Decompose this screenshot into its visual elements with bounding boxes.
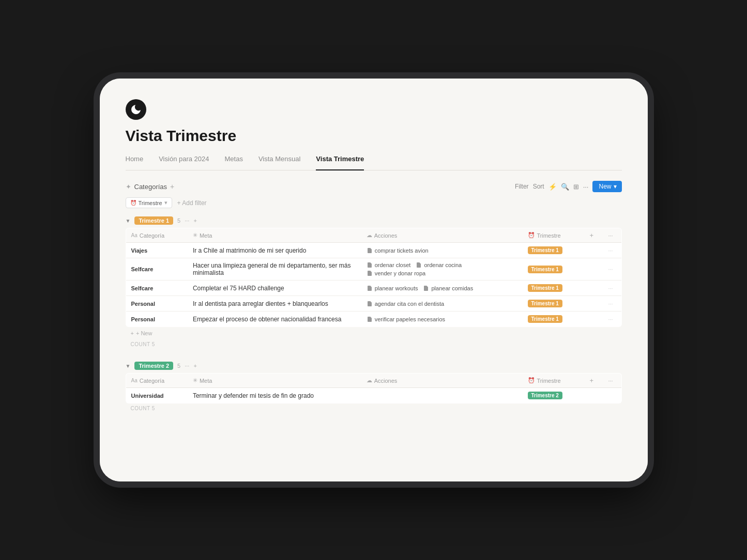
action-item: planear comidas: [423, 285, 473, 291]
toolbar-left: ✦ Categorías +: [126, 182, 175, 191]
cell-more-0[interactable]: ···: [603, 243, 621, 258]
doc-icon: [423, 285, 429, 291]
cell-meta-4: Empezar el proceso de obtener nacionalid…: [188, 312, 361, 327]
cell-more-2[interactable]: ···: [603, 281, 621, 296]
nav-bar: Home Visión para 2024 Metas Vista Mensua…: [126, 155, 622, 170]
table-row: Viajes Ir a Chile al matrimonio de mi se…: [126, 243, 621, 258]
cell-plus-0[interactable]: [584, 243, 603, 258]
group-trimestre1: ▼ Trimestre 1 5 ··· + Aa Categoría: [126, 216, 622, 351]
categories-label: Categorías: [134, 183, 167, 191]
add-column-button[interactable]: +: [589, 231, 593, 239]
group-more-t1[interactable]: ···: [185, 217, 189, 224]
asterisk-icon: ✳: [193, 232, 197, 239]
new-label: New: [599, 183, 611, 190]
actions-cell-4: verificar papeles necesarios: [367, 316, 517, 322]
add-column-button2[interactable]: +: [589, 377, 593, 384]
th2-trimestre: ⏰ Trimestre: [523, 374, 585, 388]
doc-icon: [367, 316, 373, 322]
trimestre-badge: Trimestre 1: [528, 246, 562, 254]
app-content: Vista Trimestre Home Visión para 2024 Me…: [100, 79, 648, 481]
cell-acciones-2: planear workouts planear comidas: [361, 281, 523, 296]
th-trimestre-label: Trimestre: [537, 232, 561, 239]
group-add-t2[interactable]: +: [193, 363, 196, 369]
cell-trimestre-0: Trimestre 1: [523, 243, 585, 258]
doc-icon: [367, 247, 373, 254]
cell-acciones-4: verificar papeles necesarios: [361, 312, 523, 327]
nav-mensual[interactable]: Vista Mensual: [258, 155, 300, 166]
add-category-button[interactable]: +: [170, 182, 174, 191]
trimestre-filter-chip[interactable]: ⏰ Trimestre ▾: [126, 197, 172, 208]
nav-metas[interactable]: Metas: [225, 155, 243, 166]
th2-acciones: ☁ Acciones: [361, 374, 523, 388]
search-icon[interactable]: 🔍: [561, 183, 569, 191]
cell-acciones-1: ordenar closet ordenar cocina vender y d…: [361, 258, 523, 281]
cell-plus-2[interactable]: [584, 281, 603, 296]
cell2-categoria-0: Universidad: [126, 388, 188, 403]
trimestre-badge: Trimestre 1: [528, 266, 562, 273]
cell-plus-4[interactable]: [584, 312, 603, 327]
cell2-more-0[interactable]: [603, 388, 621, 403]
group-header-t1: ▼ Trimestre 1 5 ··· +: [126, 216, 622, 225]
table-t1: Aa Categoría ✳ Meta ☁: [126, 228, 622, 327]
action-item: ordenar closet: [367, 262, 411, 268]
add-new-row-t1[interactable]: + + New: [126, 327, 622, 339]
cell-more-3[interactable]: ···: [603, 296, 621, 312]
count-row-t1: COUNT 5: [126, 339, 622, 351]
th2-add-column[interactable]: +: [584, 374, 603, 388]
add-filter-button[interactable]: + Add filter: [177, 199, 207, 207]
cell-meta-0: Ir a Chile al matrimonio de mi ser queri…: [188, 243, 361, 258]
table-t2-header: Aa Categoría ✳ Meta ☁: [126, 374, 621, 388]
th-categoria: Aa Categoría: [126, 228, 188, 243]
filter2-icon[interactable]: ⊞: [573, 183, 579, 191]
action-item: planear workouts: [367, 285, 418, 291]
group-count-t1: 5: [177, 217, 180, 224]
cell-trimestre-1: Trimestre 1: [523, 258, 585, 281]
th-trimestre: ⏰ Trimestre: [523, 228, 585, 243]
group-tag-t2: Trimestre 2: [134, 362, 173, 370]
table-t1-body: Viajes Ir a Chile al matrimonio de mi se…: [126, 243, 621, 327]
th-add-column[interactable]: +: [584, 228, 603, 243]
cloud-icon2: ☁: [367, 377, 372, 384]
sort-button[interactable]: Sort: [533, 183, 544, 190]
filter-button[interactable]: Filter: [515, 183, 529, 190]
cell2-plus-0[interactable]: [584, 388, 603, 403]
collapse-t1-button[interactable]: ▼: [126, 218, 131, 224]
nav-home[interactable]: Home: [126, 155, 144, 166]
action-item: comprar tickets avion: [367, 247, 429, 254]
cell-acciones-3: agendar cita con el dentista: [361, 296, 523, 312]
add-new-label: + New: [136, 330, 153, 336]
cell-plus-3[interactable]: [584, 296, 603, 312]
cell-trimestre-3: Trimestre 1: [523, 296, 585, 312]
table-row: Selfcare Completar el 75 HARD challenge …: [126, 281, 621, 296]
cell-plus-1[interactable]: [584, 258, 603, 281]
table-row: Universidad Terminar y defender mi tesis…: [126, 388, 621, 403]
collapse-t2-button[interactable]: ▼: [126, 363, 131, 369]
cell-meta-1: Hacer una limpieza general de mi departa…: [188, 258, 361, 281]
toolbar-right: Filter Sort ⚡ 🔍 ⊞ ··· New ▾: [515, 181, 622, 192]
table-t2-body: Universidad Terminar y defender mi tesis…: [126, 388, 621, 403]
more-icon[interactable]: ···: [583, 183, 589, 191]
cell-meta-3: Ir al dentista para arreglar dientes + b…: [188, 296, 361, 312]
cell-categoria-1: Selfcare: [126, 258, 188, 281]
cell-more-4[interactable]: ···: [603, 312, 621, 327]
group-header-t2: ▼ Trimestre 2 5 ··· +: [126, 362, 622, 370]
th-more[interactable]: ···: [603, 228, 621, 243]
cell-more-1[interactable]: ···: [603, 258, 621, 281]
group-more-t2[interactable]: ···: [185, 363, 189, 369]
cell-categoria-2: Selfcare: [126, 281, 188, 296]
doc-icon: [367, 270, 373, 276]
nav-vision[interactable]: Visión para 2024: [159, 155, 209, 166]
th2-more[interactable]: ···: [603, 374, 621, 388]
new-button[interactable]: New ▾: [592, 181, 621, 192]
actions-cell-1: ordenar closet ordenar cocina vender y d…: [367, 262, 517, 276]
group-add-t1[interactable]: +: [193, 217, 196, 224]
trimestre-badge: Trimestre 1: [528, 315, 562, 323]
lightning-icon[interactable]: ⚡: [548, 183, 557, 191]
cell-acciones-0: comprar tickets avion: [361, 243, 523, 258]
table-t2: Aa Categoría ✳ Meta ☁: [126, 373, 622, 403]
nav-trimestre[interactable]: Vista Trimestre: [316, 155, 364, 170]
plus-icon: +: [131, 330, 134, 336]
trimestre-badge: Trimestre 2: [528, 392, 562, 399]
cloud-icon: ☁: [367, 232, 372, 239]
aa-icon2: Aa: [131, 378, 138, 383]
